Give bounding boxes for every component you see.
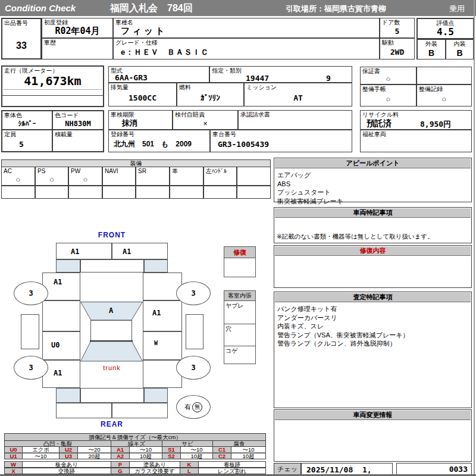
- inspection-value: 抹消: [109, 117, 172, 129]
- interior-row-label: 穴: [226, 325, 231, 332]
- roof-panel: [90, 320, 132, 341]
- legend-value: レンズ割れ: [198, 468, 266, 474]
- interior-row-label: ヤブレ: [226, 302, 244, 309]
- assessment-line: 警告ランプ（VSA、衝突被害軽減ブレーキ）: [277, 331, 468, 340]
- tire-mark: 3: [29, 289, 33, 298]
- equipment-mark: ○: [2, 174, 35, 185]
- recycle-fee-value: 8,950円: [420, 119, 451, 130]
- equipment-empty-row: [136, 186, 170, 199]
- equipment-cell-pw: PW ○: [68, 167, 102, 186]
- damage-mark: A1: [71, 248, 79, 256]
- capacity-value: 5: [2, 137, 52, 151]
- warranty-cell: 保証書 ○: [360, 67, 416, 84]
- legend-code: S1: [162, 446, 181, 453]
- legend-code: L: [180, 468, 199, 474]
- transmission-value: AT: [245, 90, 352, 106]
- check-label-cell: チェック: [274, 463, 301, 475]
- equipment-empty-row: [170, 186, 203, 199]
- odometer-dotted-rule: [4, 89, 102, 90]
- panel-rear-cowl: [80, 388, 144, 403]
- tire-front-right: 3: [176, 281, 211, 305]
- legend-value: エクボ: [22, 446, 60, 453]
- legend-value: 〜10: [129, 446, 162, 453]
- score-value: 4.5: [418, 26, 473, 38]
- tire-rear-left: 3: [14, 356, 48, 380]
- panel-rear-corner-left: [56, 388, 80, 403]
- panel-right-rear-door: W: [143, 331, 182, 360]
- recycle-fee-cell: リサイクル料 預託済 8,950円: [360, 110, 472, 130]
- left-sill-panel: [21, 314, 39, 349]
- repair-content-panel: 修復内容: [274, 245, 472, 288]
- assessment-line: アンダーカバースリ: [277, 314, 468, 322]
- vehicle-notes-header: 車両特記事項: [275, 208, 471, 218]
- class-number-label: 指定・類別: [212, 67, 242, 74]
- assessment-notes-body: パンク修理キット有 アンダーカバースリ 内装キズ、スレ 警告ランプ（VSA、衝突…: [274, 303, 471, 350]
- appeal-line: ABS: [277, 180, 468, 189]
- model-name-cell: 車種名 フィット: [113, 18, 380, 38]
- appeal-line: プッシュスタート: [277, 188, 468, 197]
- panel-left-quarter: A1: [42, 360, 80, 388]
- repair-history-ellipse: 有 無: [176, 395, 211, 419]
- legend-code: A1: [111, 446, 130, 453]
- vehicle-history-label: 車歴: [44, 39, 56, 46]
- appeal-line: 衝突被害軽減ブレーキ: [277, 197, 468, 206]
- vehicle-category: 乗用: [449, 4, 465, 14]
- doors-cell: ドア数 5: [380, 18, 415, 38]
- legend-code: W: [4, 461, 23, 468]
- score-cell: 評価点 4.5: [416, 18, 474, 39]
- welfare-vehicle-cell: 福祉車両: [360, 130, 472, 152]
- panel-rear-bumper-right: [112, 403, 168, 418]
- class-number-value: 19447: [246, 74, 269, 83]
- assessment-notes-panel: 査定特記事項 パンク修理キット有 アンダーカバースリ 内装キズ、スレ 警告ランプ…: [274, 292, 472, 408]
- assessment-notes-header: 査定特記事項: [275, 293, 471, 302]
- model-code-value: 6AA-GR3: [109, 73, 209, 82]
- warranty-mark: ○: [361, 74, 416, 84]
- legend-value: 〜10: [180, 446, 213, 453]
- right-sill-panel: [186, 314, 203, 349]
- equipment-empty-row: [102, 186, 136, 199]
- legend-code: A2: [111, 453, 130, 459]
- odometer-rule: [2, 95, 103, 96]
- color-code-cell: 色コード NH830M: [52, 110, 104, 130]
- panel-left-rear-door: U0: [42, 331, 80, 360]
- warranty-spare-cell: [416, 67, 472, 84]
- legend-value: 塗装あり: [129, 461, 180, 468]
- equipment-cell-extra: [237, 167, 271, 186]
- drive-value: 2WD: [380, 45, 414, 59]
- transmission-cell: ミッション AT: [244, 83, 352, 107]
- legend-value: 交換跡: [22, 468, 111, 474]
- exterior-grade-value: B: [418, 46, 445, 59]
- tire-front-left: 3: [14, 281, 48, 305]
- panel-front-bumper-left: A1: [56, 243, 112, 259]
- legend-code: G: [111, 468, 130, 474]
- legend-value: 板金あり: [22, 461, 111, 468]
- legend-code: C1: [212, 446, 231, 453]
- legend-code: S2: [162, 453, 181, 459]
- check-date-cell: 2025/11/08 1,: [301, 463, 393, 475]
- interior-grade-cell: 内装 B: [446, 39, 474, 60]
- auction-title: 福岡入札会 784回: [110, 2, 193, 15]
- equipment-empty-row: [68, 186, 102, 199]
- model-code-cell: 型式 6AA-GR3: [108, 66, 209, 83]
- assessment-line: 内装キズ、スレ: [277, 322, 468, 331]
- equipment-empty-row: [237, 186, 271, 199]
- equipment-mark: ○: [36, 174, 68, 185]
- legend-value: ガラス交換要す: [129, 468, 180, 474]
- equipment-cell-sr: SR: [136, 167, 170, 186]
- damage-mark: A1: [54, 369, 62, 377]
- equipment-cell-lhd: 左ﾊﾝﾄﾞﾙ: [203, 167, 237, 186]
- body-color-value: ｼﾙﾊﾞｰ: [2, 118, 52, 129]
- drive-cell: 駆動 2WD: [380, 38, 415, 60]
- legend-code: K: [180, 461, 199, 468]
- displacement-value: 1500CC: [109, 90, 176, 106]
- check-count-value: 1,: [362, 465, 372, 474]
- panel-front-corner-right: [144, 259, 168, 273]
- first-registration-value: R02年04月: [42, 25, 112, 37]
- panel-front-corner-left: [56, 259, 80, 273]
- equipment-label: 革: [172, 168, 178, 174]
- tire-mark: 3: [191, 289, 195, 298]
- repair-history-yes: 有: [184, 403, 191, 412]
- legend-value: 10超: [231, 453, 266, 459]
- equipment-title-text: 装備: [130, 160, 142, 167]
- page-right-edge: [474, 0, 475, 476]
